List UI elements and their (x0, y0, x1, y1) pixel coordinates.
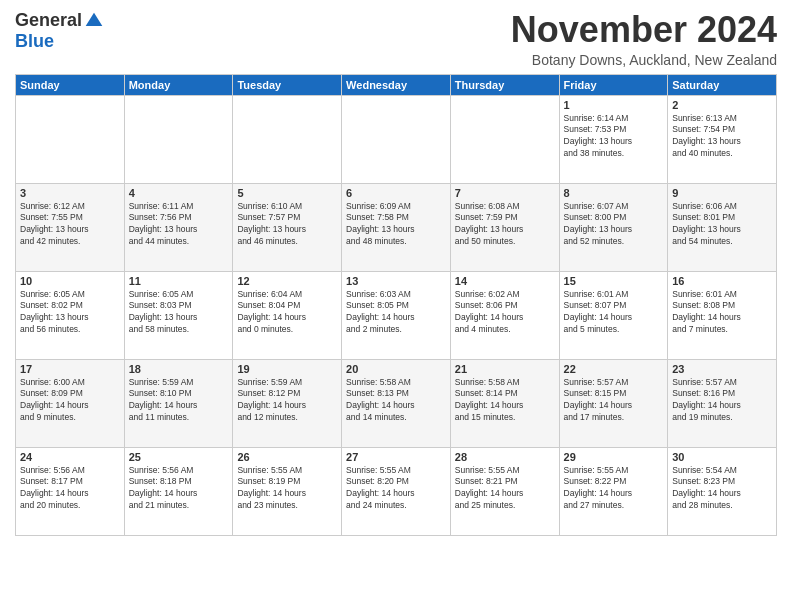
day-number: 6 (346, 187, 446, 199)
day-number: 25 (129, 451, 229, 463)
logo: General (15, 10, 104, 31)
calendar-cell: 6Sunrise: 6:09 AM Sunset: 7:58 PM Daylig… (342, 183, 451, 271)
day-info: Sunrise: 6:05 AM Sunset: 8:02 PM Dayligh… (20, 289, 120, 337)
calendar-cell: 1Sunrise: 6:14 AM Sunset: 7:53 PM Daylig… (559, 95, 668, 183)
day-info: Sunrise: 5:58 AM Sunset: 8:13 PM Dayligh… (346, 377, 446, 425)
day-info: Sunrise: 5:59 AM Sunset: 8:12 PM Dayligh… (237, 377, 337, 425)
page: General Blue November 2024 Botany Downs,… (0, 0, 792, 612)
day-number: 23 (672, 363, 772, 375)
calendar-cell: 29Sunrise: 5:55 AM Sunset: 8:22 PM Dayli… (559, 447, 668, 535)
day-info: Sunrise: 5:57 AM Sunset: 8:15 PM Dayligh… (564, 377, 664, 425)
svg-marker-0 (86, 12, 103, 25)
col-thursday: Thursday (450, 74, 559, 95)
calendar-cell: 8Sunrise: 6:07 AM Sunset: 8:00 PM Daylig… (559, 183, 668, 271)
calendar-cell (124, 95, 233, 183)
day-info: Sunrise: 5:56 AM Sunset: 8:17 PM Dayligh… (20, 465, 120, 513)
calendar-cell (233, 95, 342, 183)
day-info: Sunrise: 5:55 AM Sunset: 8:20 PM Dayligh… (346, 465, 446, 513)
day-number: 21 (455, 363, 555, 375)
calendar-cell: 14Sunrise: 6:02 AM Sunset: 8:06 PM Dayli… (450, 271, 559, 359)
day-info: Sunrise: 6:12 AM Sunset: 7:55 PM Dayligh… (20, 201, 120, 249)
logo-blue-text: Blue (15, 31, 54, 52)
day-number: 3 (20, 187, 120, 199)
calendar-cell: 25Sunrise: 5:56 AM Sunset: 8:18 PM Dayli… (124, 447, 233, 535)
day-number: 18 (129, 363, 229, 375)
day-info: Sunrise: 6:00 AM Sunset: 8:09 PM Dayligh… (20, 377, 120, 425)
day-number: 9 (672, 187, 772, 199)
day-info: Sunrise: 5:55 AM Sunset: 8:22 PM Dayligh… (564, 465, 664, 513)
day-number: 10 (20, 275, 120, 287)
title-area: November 2024 Botany Downs, Auckland, Ne… (511, 10, 777, 68)
calendar-cell: 22Sunrise: 5:57 AM Sunset: 8:15 PM Dayli… (559, 359, 668, 447)
day-info: Sunrise: 5:55 AM Sunset: 8:19 PM Dayligh… (237, 465, 337, 513)
calendar-week-3: 10Sunrise: 6:05 AM Sunset: 8:02 PM Dayli… (16, 271, 777, 359)
day-info: Sunrise: 6:06 AM Sunset: 8:01 PM Dayligh… (672, 201, 772, 249)
day-number: 15 (564, 275, 664, 287)
col-wednesday: Wednesday (342, 74, 451, 95)
day-info: Sunrise: 5:54 AM Sunset: 8:23 PM Dayligh… (672, 465, 772, 513)
calendar-cell: 12Sunrise: 6:04 AM Sunset: 8:04 PM Dayli… (233, 271, 342, 359)
calendar-cell: 27Sunrise: 5:55 AM Sunset: 8:20 PM Dayli… (342, 447, 451, 535)
calendar-week-4: 17Sunrise: 6:00 AM Sunset: 8:09 PM Dayli… (16, 359, 777, 447)
day-number: 17 (20, 363, 120, 375)
logo-area: General Blue (15, 10, 104, 52)
day-number: 2 (672, 99, 772, 111)
calendar-cell: 2Sunrise: 6:13 AM Sunset: 7:54 PM Daylig… (668, 95, 777, 183)
day-number: 20 (346, 363, 446, 375)
day-info: Sunrise: 6:01 AM Sunset: 8:07 PM Dayligh… (564, 289, 664, 337)
day-info: Sunrise: 6:09 AM Sunset: 7:58 PM Dayligh… (346, 201, 446, 249)
calendar-cell: 20Sunrise: 5:58 AM Sunset: 8:13 PM Dayli… (342, 359, 451, 447)
header: General Blue November 2024 Botany Downs,… (15, 10, 777, 68)
day-number: 11 (129, 275, 229, 287)
day-info: Sunrise: 5:55 AM Sunset: 8:21 PM Dayligh… (455, 465, 555, 513)
logo-general-text: General (15, 10, 82, 31)
calendar-body: 1Sunrise: 6:14 AM Sunset: 7:53 PM Daylig… (16, 95, 777, 535)
logo-icon (84, 11, 104, 31)
calendar-week-2: 3Sunrise: 6:12 AM Sunset: 7:55 PM Daylig… (16, 183, 777, 271)
col-saturday: Saturday (668, 74, 777, 95)
day-number: 19 (237, 363, 337, 375)
day-number: 28 (455, 451, 555, 463)
day-info: Sunrise: 6:04 AM Sunset: 8:04 PM Dayligh… (237, 289, 337, 337)
day-info: Sunrise: 5:56 AM Sunset: 8:18 PM Dayligh… (129, 465, 229, 513)
col-tuesday: Tuesday (233, 74, 342, 95)
calendar-cell: 28Sunrise: 5:55 AM Sunset: 8:21 PM Dayli… (450, 447, 559, 535)
day-info: Sunrise: 6:07 AM Sunset: 8:00 PM Dayligh… (564, 201, 664, 249)
calendar-cell: 18Sunrise: 5:59 AM Sunset: 8:10 PM Dayli… (124, 359, 233, 447)
calendar-cell: 9Sunrise: 6:06 AM Sunset: 8:01 PM Daylig… (668, 183, 777, 271)
calendar-cell (450, 95, 559, 183)
day-number: 26 (237, 451, 337, 463)
day-number: 13 (346, 275, 446, 287)
calendar-cell (16, 95, 125, 183)
calendar-cell (342, 95, 451, 183)
calendar-week-1: 1Sunrise: 6:14 AM Sunset: 7:53 PM Daylig… (16, 95, 777, 183)
calendar-cell: 7Sunrise: 6:08 AM Sunset: 7:59 PM Daylig… (450, 183, 559, 271)
day-info: Sunrise: 6:01 AM Sunset: 8:08 PM Dayligh… (672, 289, 772, 337)
calendar-cell: 16Sunrise: 6:01 AM Sunset: 8:08 PM Dayli… (668, 271, 777, 359)
day-number: 1 (564, 99, 664, 111)
day-number: 4 (129, 187, 229, 199)
calendar-cell: 3Sunrise: 6:12 AM Sunset: 7:55 PM Daylig… (16, 183, 125, 271)
day-number: 8 (564, 187, 664, 199)
col-friday: Friday (559, 74, 668, 95)
day-number: 29 (564, 451, 664, 463)
calendar-cell: 21Sunrise: 5:58 AM Sunset: 8:14 PM Dayli… (450, 359, 559, 447)
day-number: 30 (672, 451, 772, 463)
day-info: Sunrise: 6:10 AM Sunset: 7:57 PM Dayligh… (237, 201, 337, 249)
calendar-cell: 17Sunrise: 6:00 AM Sunset: 8:09 PM Dayli… (16, 359, 125, 447)
col-monday: Monday (124, 74, 233, 95)
day-info: Sunrise: 5:59 AM Sunset: 8:10 PM Dayligh… (129, 377, 229, 425)
calendar-header: Sunday Monday Tuesday Wednesday Thursday… (16, 74, 777, 95)
day-number: 12 (237, 275, 337, 287)
calendar-cell: 15Sunrise: 6:01 AM Sunset: 8:07 PM Dayli… (559, 271, 668, 359)
day-number: 16 (672, 275, 772, 287)
day-number: 14 (455, 275, 555, 287)
day-info: Sunrise: 5:58 AM Sunset: 8:14 PM Dayligh… (455, 377, 555, 425)
day-number: 5 (237, 187, 337, 199)
day-number: 22 (564, 363, 664, 375)
calendar-cell: 30Sunrise: 5:54 AM Sunset: 8:23 PM Dayli… (668, 447, 777, 535)
calendar-cell: 11Sunrise: 6:05 AM Sunset: 8:03 PM Dayli… (124, 271, 233, 359)
calendar-cell: 5Sunrise: 6:10 AM Sunset: 7:57 PM Daylig… (233, 183, 342, 271)
header-row: Sunday Monday Tuesday Wednesday Thursday… (16, 74, 777, 95)
month-title: November 2024 (511, 10, 777, 50)
